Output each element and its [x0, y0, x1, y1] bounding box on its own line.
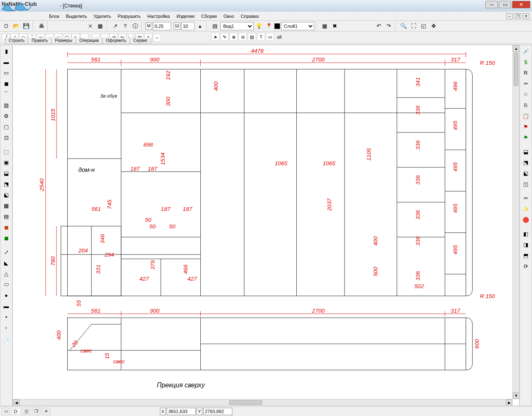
curve-icon[interactable]: ⌒ — [1, 89, 11, 99]
wand-icon[interactable]: ✨ — [521, 204, 531, 214]
menu-settings[interactable]: Настройка — [144, 12, 173, 20]
board-icon[interactable]: ▬ — [1, 57, 11, 67]
edit-node-tool[interactable]: ✎ — [220, 33, 229, 41]
edge-icon[interactable]: ▥ — [1, 100, 11, 110]
green-flag-icon[interactable]: ⚑ — [521, 132, 531, 142]
axes-icon[interactable]: ⤬ — [86, 22, 95, 31]
view-select[interactable]: Вид1 — [220, 22, 254, 30]
scissors-icon[interactable]: ✂ — [521, 78, 531, 88]
w-input[interactable] — [181, 22, 195, 30]
color-swatch[interactable] — [274, 23, 280, 29]
menu-product[interactable]: Изделие — [173, 12, 198, 20]
pan-icon[interactable]: ✥ — [429, 22, 438, 31]
tab-dims[interactable]: Размеры — [51, 37, 76, 44]
drawing-canvas[interactable]: 4478 561 900 2700 317 R 150 — [13, 45, 519, 406]
colorball-icon[interactable]: 🔴 — [521, 215, 531, 225]
text-sel-tool[interactable]: T — [257, 33, 265, 41]
3d-green-icon[interactable]: ◼ — [1, 233, 11, 243]
tab-ops[interactable]: Операции — [76, 37, 103, 44]
view-tile-icon[interactable]: ◫ — [22, 408, 30, 415]
mdi-minimize[interactable]: ─ — [506, 13, 513, 19]
snap-icon[interactable]: ↗ — [111, 22, 120, 31]
zoom-all-icon[interactable]: ◱ — [419, 22, 428, 31]
tube-icon[interactable]: ⊡ — [1, 132, 11, 142]
horizontal-scrollbar[interactable]: ◀ ▶ — [13, 399, 512, 406]
mdi-close[interactable]: ✕ — [523, 13, 530, 19]
refresh-icon[interactable]: ⟳ — [521, 261, 531, 271]
copy-icon[interactable]: ⎘ — [521, 100, 531, 110]
slab-icon[interactable]: ▭ — [1, 68, 11, 78]
maximize-button[interactable]: ▭ — [499, 1, 511, 8]
menu-block[interactable]: Блок — [46, 12, 63, 20]
box-icon[interactable]: ◼ — [1, 78, 11, 88]
3d-drawer-icon[interactable]: ▤ — [1, 211, 11, 221]
small-icon[interactable]: ▫ — [1, 323, 11, 333]
red-flag-icon[interactable]: ⚑ — [521, 122, 531, 132]
m-input[interactable] — [153, 22, 171, 30]
light-icon[interactable]: 💡 — [254, 22, 264, 31]
3d-top-icon[interactable]: ◼ — [1, 222, 11, 232]
3d-door-icon[interactable]: ▦ — [1, 201, 11, 210]
info-icon[interactable]: ⓘ — [131, 22, 140, 31]
redo-icon[interactable]: ↷ — [384, 22, 393, 31]
tab-format[interactable]: Оформить — [102, 37, 130, 44]
cut-icon[interactable]: ⛌ — [521, 89, 531, 99]
mdi-restore[interactable]: ❐ — [515, 13, 521, 19]
fitting-icon[interactable]: ⚙ — [1, 111, 11, 121]
tab-build[interactable]: Строить — [5, 37, 28, 44]
flat-icon[interactable]: ▬ — [1, 301, 11, 311]
axis-icon[interactable]: ⤢ — [1, 247, 11, 257]
dollar-icon[interactable]: $ — [521, 57, 531, 67]
undo-icon[interactable]: ↶ — [374, 22, 383, 31]
grey-icon[interactable]: ▪ — [1, 312, 11, 322]
menu-destroy[interactable]: Разрушить — [114, 12, 144, 20]
menu-select[interactable]: Выделить — [63, 12, 91, 20]
canvas-area[interactable]: 4478 561 900 2700 317 R 150 — [12, 45, 520, 406]
3d-box-icon[interactable]: ⬚ — [1, 147, 11, 157]
all-label[interactable]: all — [275, 33, 283, 41]
scissors2-icon[interactable]: ✂ — [521, 193, 531, 203]
view-cascade-icon[interactable]: ❐ — [32, 408, 40, 415]
palette-icon[interactable]: ▦ — [320, 22, 329, 31]
select-hatch-tool[interactable]: ▨ — [248, 33, 256, 41]
save-icon[interactable]: 💾 — [22, 22, 31, 31]
zoom-window-icon[interactable]: ⛶ — [409, 22, 418, 31]
cylinder-icon[interactable]: ⬭ — [1, 279, 11, 289]
rect-sel-tool[interactable]: ▭ — [266, 33, 274, 41]
menu-window[interactable]: Окно — [220, 12, 238, 20]
step-up[interactable]: ▴ — [195, 22, 204, 31]
layout4-icon[interactable]: ◫ — [521, 179, 531, 189]
pointer-tool[interactable]: ➤ — [211, 33, 219, 41]
panel-icon[interactable]: ▮ — [1, 46, 11, 56]
3d-panel-icon[interactable]: ▣ — [1, 157, 11, 167]
wedge-icon[interactable]: ◣ — [1, 258, 11, 268]
layout2-icon[interactable]: ⬔ — [521, 157, 531, 167]
r-icon[interactable]: R — [521, 68, 531, 78]
grid-icon[interactable]: ▦ — [96, 22, 105, 31]
dim-tool[interactable]: ↔ — [153, 34, 161, 42]
cone-icon[interactable]: △ — [1, 269, 11, 279]
layout1-icon[interactable]: ⬓ — [521, 147, 531, 157]
tab-edit[interactable]: Править — [28, 37, 52, 44]
layer-select[interactable]: Слой1 — [281, 22, 314, 30]
minimize-button[interactable]: ─ — [485, 1, 498, 8]
zoom-icon[interactable]: 🔍 — [399, 22, 408, 31]
pin-icon[interactable]: 📍 — [264, 22, 273, 31]
plus-tool[interactable]: ⊕ — [229, 33, 238, 41]
sphere-icon[interactable]: ● — [1, 290, 11, 300]
print-icon[interactable]: 🖶 — [37, 22, 46, 31]
close-button[interactable]: ✕ — [512, 1, 530, 8]
syringe-icon[interactable]: 💉 — [521, 46, 531, 56]
menu-delete[interactable]: Удалить — [90, 12, 114, 20]
open-icon[interactable]: 📂 — [12, 22, 21, 31]
report-icon[interactable]: 📄 — [1, 337, 11, 347]
delete-layer-icon[interactable]: ✖ — [330, 22, 339, 31]
3d-back-icon[interactable]: ⬕ — [1, 190, 11, 200]
menu-help[interactable]: Справка — [237, 12, 262, 20]
close-doc-icon[interactable]: ✕ — [42, 408, 50, 415]
vertical-scrollbar[interactable]: ▲ ▼ — [512, 45, 519, 399]
help-icon[interactable]: ? — [121, 22, 130, 31]
cube1-icon[interactable]: ◧ — [521, 229, 531, 239]
3d-side-icon[interactable]: ⬔ — [1, 179, 11, 189]
cube3-icon[interactable]: ⬒ — [521, 250, 531, 260]
